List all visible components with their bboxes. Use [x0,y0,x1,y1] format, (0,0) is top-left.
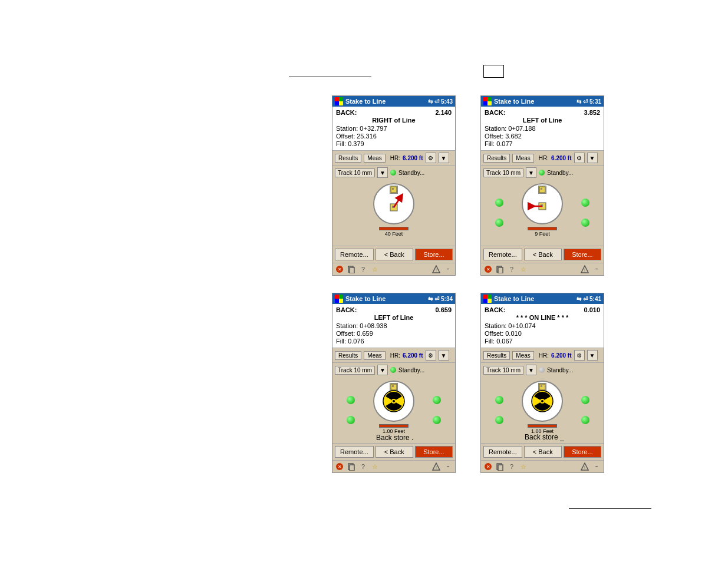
star-taskbar-icon-br2[interactable]: ☆ [519,462,528,471]
dropdown-icon-btn-bl[interactable]: ▼ [439,350,449,361]
svg-text:✕: ✕ [486,267,490,272]
copy-taskbar-icon-tr[interactable] [495,265,505,274]
copy-taskbar-icon-bl[interactable] [347,462,356,471]
svg-text:☆: ☆ [521,463,526,470]
store-button[interactable]: Store... [415,249,453,260]
dash-taskbar-icon-br2[interactable]: - [592,462,601,471]
star-taskbar-icon-bl[interactable]: ☆ [370,462,380,471]
track-dropdown-btn-bl[interactable]: ▼ [377,365,388,375]
results-button[interactable]: Results [335,154,361,163]
track-select[interactable]: Track 10 mm [335,168,375,177]
dropdown-icon-btn-tr[interactable]: ▼ [587,153,598,163]
back-value-tr: 3.852 [584,109,600,116]
help-taskbar-icon[interactable]: ? [358,265,368,274]
side-dot-bl-bl [347,416,355,424]
track-dropdown-btn[interactable]: ▼ [377,167,388,178]
track-dropdown-btn-br[interactable]: ▼ [526,365,536,375]
back-button-br[interactable]: < Back [524,446,562,458]
help-taskbar-icon-tr[interactable]: ? [507,265,516,274]
close-taskbar-icon-bl[interactable]: ✕ [335,462,344,471]
remote-button-bl[interactable]: Remote... [335,446,374,458]
svg-text:?: ? [361,266,365,273]
store-button-br[interactable]: Store... [564,446,601,458]
status-dot-tr [539,170,545,176]
offset-line: Offset: 25.316 [336,133,452,140]
back-sub-br: * * * ON LINE * * * [485,314,600,321]
results-button-br[interactable]: Results [483,351,510,360]
store-button-tr[interactable]: Store... [564,249,601,260]
close-taskbar-icon[interactable]: ✕ [335,265,344,274]
back-button-tr[interactable]: < Back [524,249,562,260]
back-sub: RIGHT of Line [336,117,452,124]
svg-rect-37 [350,465,354,471]
settings-icon-btn-tr[interactable]: ⚙ [574,153,585,163]
titlebar-bottom-right: Stake to Line ⇆ ⏎ 5:41 [481,293,604,304]
svg-point-48 [541,400,543,402]
copy-taskbar-icon-br2[interactable] [495,462,505,471]
hr-value-bl: 6.200 ft [403,352,423,359]
svg-rect-22 [498,267,503,273]
remote-button[interactable]: Remote... [335,249,374,260]
svg-text:☆: ☆ [372,463,378,470]
alert-taskbar-icon-br2[interactable]: ! [580,462,589,471]
dropdown-icon-btn-br[interactable]: ▼ [587,350,598,361]
meas-button-br[interactable]: Meas [512,351,533,360]
track-dropdown-btn-tr[interactable]: ▼ [526,167,536,178]
help-taskbar-icon-bl[interactable]: ? [358,462,368,471]
meas-button-bl[interactable]: Meas [364,351,385,360]
scale-bar-tr: 9 Feet [528,227,557,237]
alert-taskbar-icon-tr[interactable]: ! [580,265,589,274]
back-button[interactable]: < Back [375,249,413,260]
settings-icon-btn[interactable]: ⚙ [426,153,436,163]
nuclear-symbol-br [531,389,554,413]
results-button-bl[interactable]: Results [335,351,361,360]
store-button-bl[interactable]: Store... [415,446,453,458]
dash-taskbar-icon-tr[interactable]: - [592,265,601,274]
remote-button-br[interactable]: Remote... [483,446,522,458]
scale-bar-bl: 1.00 Feet [379,424,409,434]
remote-button-tr[interactable]: Remote... [483,249,522,260]
compass-wrapper-br: 1.00 Feet [507,381,578,439]
settings-icon-btn-br[interactable]: ⚙ [574,350,585,361]
titlebar-top-left: Stake to Line ⇆ ⏎ 5:43 [332,96,455,107]
dots-right-bl [433,396,441,424]
meas-button[interactable]: Meas [364,154,385,163]
close-taskbar-icon-tr[interactable]: ✕ [483,265,493,274]
alert-taskbar-icon[interactable]: ! [431,265,441,274]
titlebar-left-tr: Stake to Line [483,97,534,105]
page-container: Stake to Line ⇆ ⏎ 5:43 BACK: 2.140 RIGHT… [0,0,728,562]
settings-icon-btn-bl[interactable]: ⚙ [426,350,436,361]
results-button-tr[interactable]: Results [483,154,510,163]
dash-taskbar-icon-bl[interactable]: - [443,462,453,471]
help-taskbar-icon-br2[interactable]: ? [507,462,516,471]
svg-text:✕: ✕ [338,267,342,272]
svg-text:!: ! [584,268,585,272]
results-bar-tr: Results Meas HR: 6.200 ft ⚙ ▼ [481,151,604,166]
dropdown-icon-btn[interactable]: ▼ [439,153,449,163]
track-select-tr[interactable]: Track 10 mm [483,168,523,177]
back-button-bl[interactable]: < Back [375,446,413,458]
diagram-area-tr: 9 Feet [481,180,604,246]
star-taskbar-icon-tr[interactable]: ☆ [519,265,528,274]
meas-button-tr[interactable]: Meas [512,154,533,163]
alert-taskbar-icon-bl[interactable]: ! [431,462,441,471]
star-taskbar-icon[interactable]: ☆ [370,265,380,274]
svg-text:!: ! [436,465,437,470]
svg-text:!: ! [436,268,437,272]
dots-left-tr [495,199,503,227]
dash-taskbar-icon[interactable]: - [443,265,453,274]
offset-line-br: Offset: 0.010 [485,330,600,337]
back-sub-tr: LEFT of Line [485,117,600,124]
track-bar-tr: Track 10 mm ▼ Standby... [481,166,604,180]
svg-point-33 [393,400,395,402]
side-dot-tl [495,199,503,207]
results-bar-br: Results Meas HR: 6.200 ft ⚙ ▼ [481,348,604,363]
status-dot-br [539,367,545,373]
back-sub-bl: LEFT of Line [336,314,452,321]
track-select-br[interactable]: Track 10 mm [483,366,523,375]
track-select-bl[interactable]: Track 10 mm [335,366,375,375]
svg-text:!: ! [584,465,585,470]
copy-taskbar-icon[interactable] [347,265,356,274]
panel-time: ⇆ ⏎ 5:43 [428,98,453,105]
close-taskbar-icon-br[interactable]: ✕ [483,462,493,471]
